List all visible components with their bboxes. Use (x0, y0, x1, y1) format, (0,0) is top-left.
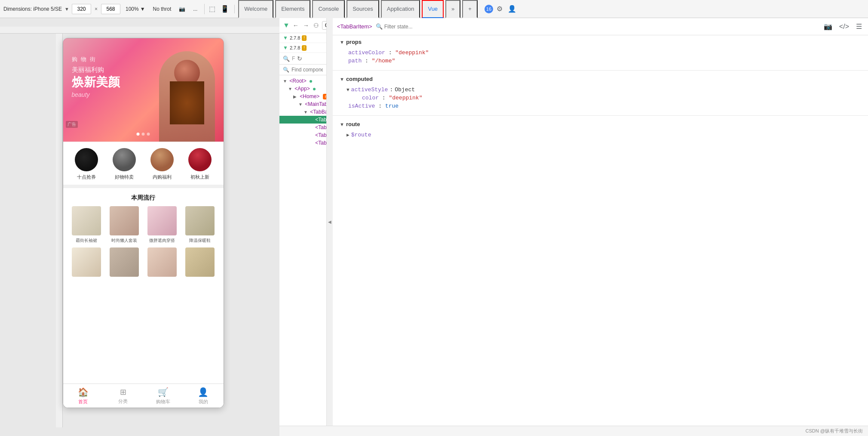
prop-key-color: color (362, 95, 379, 101)
filter-state-input[interactable] (384, 24, 449, 30)
settings-icon[interactable]: ⚙ (495, 3, 504, 15)
cart-icon: 🛒 (158, 387, 169, 397)
tree-node-app[interactable]: ▼ <App> (279, 85, 326, 93)
ruler-vertical (56, 34, 63, 427)
route-section-header[interactable]: ▼ route (340, 121, 861, 127)
trend-item-7[interactable] (147, 247, 178, 277)
dot-1[interactable] (137, 133, 140, 136)
prop-isactive: isActive : true (340, 102, 861, 110)
forward-button[interactable]: → (302, 21, 310, 30)
tree-arrow-app: ▼ (288, 87, 293, 91)
height-input[interactable] (101, 4, 120, 14)
banner-ad-label: 广告 (66, 121, 78, 128)
computed-section-header[interactable]: ▼ computed (340, 76, 861, 82)
sroute-header[interactable]: ▶ $route (340, 131, 861, 139)
tree-node-tabbaritem-2[interactable]: <TabBarItem> (279, 124, 326, 131)
tree-arrow-home: ▶ (293, 94, 298, 99)
tab-welcome[interactable]: Welcome (238, 0, 273, 18)
tree-node-tabbar[interactable]: ▼ <TabBar> (279, 108, 326, 116)
throttle-selector[interactable]: No throt (150, 5, 174, 13)
trend-item-2[interactable]: 时尚懒人套装 (109, 206, 140, 243)
search-icon-2: 🔍 (283, 67, 289, 73)
tab-mine[interactable]: 👤 我的 (183, 384, 223, 408)
tree-node-home[interactable]: ▶ <Home> router-view: (279, 93, 326, 100)
prop-value-activecolor: "deeppink" (395, 49, 429, 56)
activestyle-header[interactable]: ▼ activeStyle : Object (340, 86, 861, 94)
menu-icon[interactable]: ☰ (854, 21, 864, 32)
computed-section: ▼ computed ▼ activeStyle : Object color … (333, 72, 868, 114)
phone-screen: 购物街 美丽福利购 焕新美颜 beauty 广告 (63, 38, 224, 408)
trend-image-2 (110, 206, 139, 235)
tab-cart-label: 购物车 (156, 399, 170, 405)
trend-item-1[interactable]: 霸街长袖裙 (71, 206, 102, 243)
user-icon[interactable]: 👤 (506, 3, 518, 15)
tab-sources[interactable]: Sources (347, 0, 379, 18)
category-item-3[interactable]: 内购福利 (150, 148, 174, 180)
category-item-1[interactable]: 十点抢券 (75, 148, 98, 180)
props-section-header[interactable]: ▼ props (340, 39, 861, 45)
zoom-selector[interactable]: 100% ▼ (123, 5, 148, 13)
category-label-3: 内购福利 (153, 174, 172, 180)
find-components-search[interactable]: 🔍 (279, 65, 326, 75)
trend-item-3[interactable]: 微胖遮肉穿搭 (147, 206, 178, 243)
tree-tag-tabbaritem-2: <TabBarItem> (315, 124, 326, 130)
tab-more[interactable]: » (445, 0, 460, 18)
filter-search-icon: 🔍 (376, 23, 383, 30)
tree-node-tabbaritem-1[interactable]: <TabBarItem> (279, 116, 326, 124)
tab-vue[interactable]: Vue (422, 0, 444, 18)
inspect-icon[interactable]: ⚇ (312, 21, 320, 30)
category-item-4[interactable]: 初秋上新 (188, 148, 212, 180)
prop-value-color: "deeppink" (389, 95, 422, 101)
phone-frame: 购物街 美丽福利购 焕新美颜 beauty 广告 (63, 38, 224, 408)
tree-node-maintabbar[interactable]: ▼ <MainTabBar> (279, 100, 326, 108)
tab-home[interactable]: 🏠 首页 (63, 384, 103, 408)
device-toggle-icon[interactable]: 📱 (219, 3, 231, 15)
trend-item-5[interactable] (71, 247, 102, 277)
tab-category[interactable]: ⊞ 分类 (103, 384, 143, 408)
props-title: props (346, 39, 362, 45)
chevron-down-icon: ▼ (140, 6, 145, 12)
tab-application[interactable]: Application (381, 0, 420, 18)
tree-node-tabbaritem-4[interactable]: <TabBarItem> (279, 139, 326, 147)
trend-item-4[interactable]: 降温保暖鞋 (184, 206, 215, 243)
category-image-2 (113, 148, 136, 171)
collapse-handle[interactable]: ◀ (327, 18, 333, 426)
tree-node-root[interactable]: ▼ <Root> (279, 77, 326, 85)
banner-title: 购物街 (72, 56, 120, 63)
phone-tab-bar: 🏠 首页 ⊞ 分类 🛒 购物车 (63, 383, 224, 408)
category-item-2[interactable]: 好物特卖 (113, 148, 136, 180)
version-row-2: ▼ 2.7.8 ! (279, 43, 326, 53)
categories-section: 十点抢券 好物特卖 内购福利 (63, 142, 224, 183)
trend-item-8[interactable] (184, 247, 215, 277)
dot-2[interactable] (142, 133, 145, 136)
top-toolbar: Dimensions: iPhone 5/SE ▼ × 100% ▼ No th… (0, 0, 868, 18)
filter-icon[interactable]: F (292, 56, 295, 62)
sroute-key: $route (351, 132, 371, 138)
back-button[interactable]: ← (291, 21, 300, 30)
tree-tag-tabbar: <TabBar> (310, 109, 326, 115)
chevron-down-icon[interactable]: ▼ (64, 6, 69, 12)
selected-component-tag[interactable]: <TabBarItem> (337, 23, 372, 30)
inspect-element-icon[interactable]: ⬚ (207, 3, 217, 15)
phone-row: 购物街 美丽福利购 焕新美颜 beauty 广告 (56, 34, 224, 427)
components-dropdown[interactable]: Components ▼ (322, 21, 327, 30)
tab-console[interactable]: Console (312, 0, 345, 18)
more-button[interactable]: ... (190, 5, 200, 13)
refresh-button[interactable]: ↻ (297, 55, 302, 62)
find-components-input[interactable] (291, 67, 323, 73)
dot-3[interactable] (147, 133, 150, 136)
capture-button[interactable]: 📷 (176, 5, 188, 13)
tab-elements[interactable]: Elements (275, 0, 310, 18)
width-input[interactable] (72, 4, 91, 14)
collapse-arrow-icon: ◀ (328, 220, 331, 224)
activestyle-colon: : (390, 87, 393, 93)
sroute-arrow: ▶ (347, 132, 350, 138)
tab-cart[interactable]: 🛒 购物车 (143, 384, 183, 408)
tree-node-tabbaritem-3[interactable]: <TabBarItem> (279, 131, 326, 139)
code-icon[interactable]: </> (837, 21, 851, 32)
tab-add[interactable]: + (462, 0, 478, 18)
prop-key-path: path (348, 58, 362, 64)
prop-path: path : "/home" (340, 57, 861, 65)
trend-item-6[interactable] (109, 247, 140, 277)
screenshot-icon[interactable]: 📷 (822, 21, 834, 32)
